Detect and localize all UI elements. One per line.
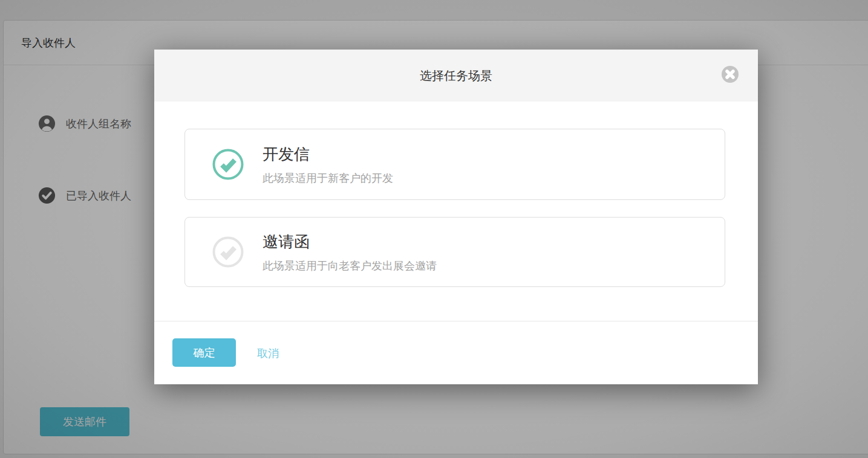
option-title: 开发信 (263, 144, 393, 165)
option-texts: 邀请函 此场景适用于向老客户发出展会邀请 (263, 231, 437, 273)
close-icon[interactable] (721, 65, 739, 83)
select-task-scenario-dialog: 选择任务场景 开发信 此场景适用于新客户的开发 (154, 50, 758, 384)
selected-check-circle-icon (212, 148, 244, 181)
option-texts: 开发信 此场景适用于新客户的开发 (263, 144, 393, 185)
option-invitation-letter[interactable]: 邀请函 此场景适用于向老客户发出展会邀请 (184, 217, 725, 287)
option-description: 此场景适用于新客户的开发 (263, 171, 393, 185)
option-title: 邀请函 (263, 231, 437, 253)
option-development-letter[interactable]: 开发信 此场景适用于新客户的开发 (184, 129, 725, 200)
cancel-button[interactable]: 取消 (257, 346, 279, 361)
option-description: 此场景适用于向老客户发出展会邀请 (263, 259, 437, 273)
footer-divider (154, 321, 758, 321)
modal-title: 选择任务场景 (420, 68, 492, 84)
unselected-check-circle-icon (212, 236, 244, 268)
confirm-button[interactable]: 确定 (172, 338, 236, 367)
modal-header: 选择任务场景 (154, 50, 758, 102)
